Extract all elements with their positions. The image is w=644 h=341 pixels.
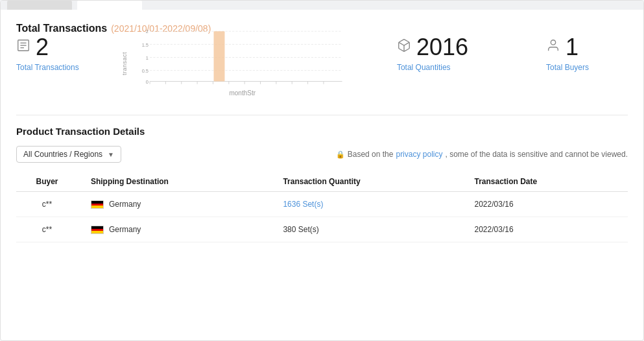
svg-text:1.5: 1.5 xyxy=(141,42,148,48)
col-header-buyer: Buyer xyxy=(16,172,83,192)
col-header-date: Transaction Date xyxy=(467,172,628,192)
svg-text:Mar: Mar xyxy=(233,85,241,86)
transactions-chart: transact 2 1.5 1 0.5 0 xyxy=(118,28,352,99)
dropdown-label: All Countries / Regions xyxy=(23,150,102,159)
svg-text:Oct: Oct xyxy=(146,85,154,86)
transactions-value: 2 xyxy=(36,34,49,60)
destination-cell: Germany xyxy=(83,192,275,217)
svg-text:0: 0 xyxy=(146,79,149,85)
buyers-stat-block: 1 Total Buyers xyxy=(546,34,589,72)
table-body: c**Germany1636 Set(s)2022/03/16c**German… xyxy=(16,192,628,242)
privacy-note: 🔒 Based on the privacy policy , some of … xyxy=(336,150,628,159)
filter-row: All Countries / Regions ▼ 🔒 Based on the… xyxy=(16,146,628,163)
germany-flag xyxy=(91,200,104,209)
total-transactions-title: Total Transactions xyxy=(16,23,107,34)
svg-text:Aug: Aug xyxy=(311,85,319,86)
country-region-dropdown[interactable]: All Countries / Regions ▼ xyxy=(16,146,121,163)
svg-text:Dec: Dec xyxy=(177,85,185,86)
transactions-stat-block: 2 Total Transactions xyxy=(16,34,79,72)
destination-cell: Germany xyxy=(83,217,275,242)
svg-text:Nov: Nov xyxy=(161,85,170,86)
svg-text:1: 1 xyxy=(146,55,149,61)
transactions-icon xyxy=(16,38,30,56)
germany-flag xyxy=(91,226,104,234)
buyers-label: Total Buyers xyxy=(546,63,589,72)
buyer-cell: c** xyxy=(16,192,83,217)
date-cell: 2022/03/16 xyxy=(467,192,628,217)
table-header: Buyer Shipping Destination Transaction Q… xyxy=(16,172,628,192)
buyer-cell: c** xyxy=(16,217,83,242)
chart-y-label: transact xyxy=(121,52,128,75)
privacy-prefix: Based on the xyxy=(348,150,394,159)
svg-text:Apr: Apr xyxy=(249,85,257,86)
section-divider xyxy=(16,115,628,115)
privacy-suffix: , some of the data is sensitive and cann… xyxy=(445,150,628,159)
svg-text:Feb: Feb xyxy=(215,85,223,86)
transactions-label: Total Transactions xyxy=(16,63,79,72)
chart-x-label: monthStr xyxy=(134,89,352,97)
svg-point-40 xyxy=(551,40,555,45)
table-row: c**Germany1636 Set(s)2022/03/16 xyxy=(16,192,628,217)
quantities-label: Total Quantities xyxy=(397,63,451,72)
svg-text:2: 2 xyxy=(146,29,149,34)
col-header-destination: Shipping Destination xyxy=(83,172,275,192)
svg-text:Sep: Sep xyxy=(327,85,335,86)
table-row: c**Germany380 Set(s)2022/03/16 xyxy=(16,217,628,242)
product-section-title: Product Transaction Details xyxy=(16,126,628,137)
quantity-cell[interactable]: 1636 Set(s) xyxy=(275,192,466,217)
quantities-icon xyxy=(397,38,411,56)
svg-text:Jun: Jun xyxy=(280,85,287,86)
lock-icon: 🔒 xyxy=(336,150,345,159)
transactions-table: Buyer Shipping Destination Transaction Q… xyxy=(16,172,628,242)
svg-rect-14 xyxy=(213,31,224,81)
buyers-value: 1 xyxy=(566,34,578,60)
svg-text:Jan: Jan xyxy=(193,85,201,86)
quantities-stat-block: 2016 Total Quantities xyxy=(397,34,468,72)
svg-text:0.5: 0.5 xyxy=(141,68,148,74)
quantities-value: 2016 xyxy=(416,34,468,60)
svg-text:Jul: Jul xyxy=(296,85,303,86)
privacy-policy-link[interactable]: privacy policy xyxy=(396,150,442,159)
buyers-icon xyxy=(546,38,560,56)
chevron-down-icon: ▼ xyxy=(108,151,114,158)
col-header-quantity: Transaction Quantity xyxy=(275,172,466,192)
quantity-link[interactable]: 1636 Set(s) xyxy=(283,200,323,209)
quantity-cell: 380 Set(s) xyxy=(275,217,466,242)
svg-text:May: May xyxy=(263,85,272,86)
date-cell: 2022/03/16 xyxy=(467,217,628,242)
